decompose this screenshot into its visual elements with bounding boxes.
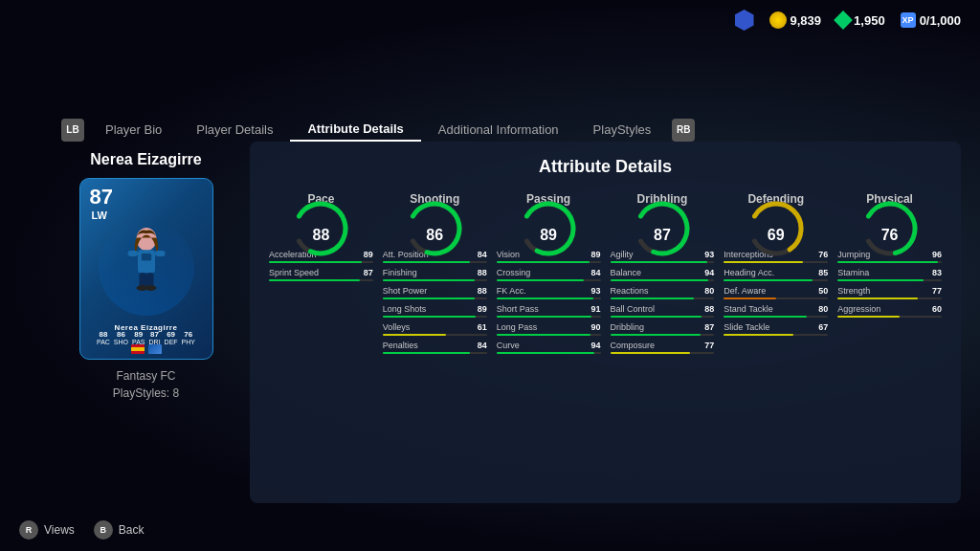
- sub-attr-fill: [611, 261, 707, 263]
- sub-attr-fill: [611, 352, 691, 354]
- svg-rect-6: [146, 273, 154, 287]
- gauge-shooting: 86: [404, 209, 465, 246]
- sub-attr-name: Stamina: [837, 268, 869, 277]
- sub-attr-fill: [383, 279, 475, 281]
- sub-attr-bar: [611, 316, 715, 318]
- sub-attr-fill: [611, 316, 702, 318]
- sub-attrs-dribbling: Agility93Balance94Reactions80Ball Contro…: [611, 250, 715, 354]
- sub-attr-fill: [837, 279, 924, 281]
- attribute-categories: Pace 88Acceleration89Sprint Speed87Shoot…: [269, 192, 942, 354]
- sub-attr-name: Vision: [497, 250, 520, 259]
- sub-attr-name: Penalties: [383, 341, 418, 350]
- sub-attr-item: Long Pass90: [497, 322, 601, 336]
- sub-attr-item: FK Acc.93: [497, 286, 601, 299]
- sub-attr-name: Def. Aware: [724, 286, 766, 296]
- gauge-physical: 76: [859, 209, 921, 246]
- attr-category-dribbling: Dribbling 87Agility93Balance94Reactions8…: [611, 192, 715, 354]
- svg-rect-3: [127, 251, 138, 256]
- sub-attr-name: Dribbling: [611, 322, 645, 332]
- sub-attr-name: Stand Tackle: [724, 304, 772, 314]
- player-club: Fantasy FC: [116, 369, 175, 383]
- tab-player-details[interactable]: Player Details: [179, 119, 290, 141]
- gauge-value-shooting: 86: [404, 227, 465, 244]
- sub-attr-item: Dribbling87: [611, 322, 715, 336]
- footer: R Views B Back: [19, 520, 144, 540]
- sub-attr-fill: [724, 298, 775, 299]
- views-button[interactable]: R Views: [19, 520, 75, 540]
- sub-attr-fill: [611, 279, 708, 281]
- sub-attr-bar: [611, 352, 715, 354]
- back-button[interactable]: B Back: [94, 520, 145, 540]
- player-playstyles: PlayStyles: 8: [113, 386, 179, 400]
- sub-attr-value: 84: [478, 341, 487, 350]
- attribute-details-title: Attribute Details: [269, 157, 942, 177]
- attr-category-defending: Defending 69Interceptions76Heading Acc.8…: [724, 192, 828, 354]
- tab-attribute-details[interactable]: Attribute Details: [290, 118, 420, 142]
- tab-additional-info[interactable]: Additional Information: [421, 119, 576, 141]
- card-stats-row: 88PAC 86SHO 89PAS 87DRI 69DEF 76PHY: [80, 330, 212, 345]
- diamond-icon: [834, 11, 853, 30]
- sub-attr-name: Slide Tackle: [724, 322, 769, 332]
- sub-attr-bar: [724, 261, 828, 263]
- lb-trigger[interactable]: LB: [61, 119, 84, 142]
- sub-attrs-passing: Vision89Crossing84FK Acc.93Short Pass91L…: [497, 250, 601, 354]
- flag-club: [148, 344, 162, 354]
- coins-value: 9,839: [791, 13, 822, 28]
- sub-attr-name: Long Pass: [497, 322, 538, 332]
- sub-attrs-shooting: Att. Position84Finishing88Shot Power88Lo…: [383, 250, 487, 354]
- tab-playstyles[interactable]: PlayStyles: [576, 119, 669, 141]
- card-flags: [80, 344, 212, 354]
- sub-attr-fill: [837, 261, 937, 263]
- flag-spain: [131, 344, 145, 354]
- sub-attr-value: 90: [590, 322, 600, 332]
- sub-attr-bar: [383, 352, 487, 354]
- gauge-value-physical: 76: [859, 227, 921, 244]
- svg-rect-1: [138, 250, 155, 273]
- sub-attr-value: 60: [932, 304, 942, 314]
- sub-attr-bar: [383, 316, 487, 318]
- shield-badge: [735, 10, 754, 31]
- svg-point-8: [145, 285, 156, 291]
- sub-attr-bar: [383, 279, 487, 281]
- sub-attr-fill: [724, 279, 813, 281]
- sub-attr-value: 50: [818, 286, 828, 296]
- diamonds-value: 1,950: [854, 13, 885, 28]
- sub-attr-fill: [383, 352, 470, 354]
- sub-attr-value: 89: [478, 304, 487, 314]
- sub-attr-bar: [611, 334, 715, 336]
- sub-attr-item: Slide Tackle67: [724, 322, 828, 336]
- header: 9,839 1,950 XP 0/1,000: [735, 10, 961, 31]
- sub-attr-bar: [724, 298, 828, 299]
- svg-rect-2: [141, 253, 151, 261]
- sub-attr-fill: [497, 261, 590, 263]
- sub-attr-fill: [724, 316, 807, 318]
- gauge-dribbling: 87: [632, 209, 693, 246]
- back-label: Back: [119, 523, 145, 537]
- sub-attr-fill: [837, 316, 900, 318]
- sub-attr-bar: [383, 261, 487, 263]
- sub-attr-item: Composure77: [611, 341, 715, 354]
- sub-attr-bar: [837, 279, 942, 281]
- sub-attr-fill: [497, 334, 590, 336]
- xp-icon: XP: [901, 12, 916, 28]
- sub-attr-fill: [497, 298, 593, 299]
- sub-attr-name: Short Pass: [497, 304, 539, 314]
- sub-attr-item: Short Pass91: [497, 304, 601, 318]
- sub-attr-value: 85: [818, 268, 828, 277]
- sub-attr-fill: [837, 298, 918, 299]
- sub-attr-bar: [269, 279, 373, 281]
- attr-category-physical: Physical 76Jumping96Stamina83Strength77A…: [837, 192, 942, 354]
- sub-attr-item: Ball Control88: [611, 304, 715, 318]
- coin-icon: [769, 11, 787, 29]
- sub-attr-fill: [724, 261, 803, 263]
- sub-attr-name: Strength: [837, 286, 870, 296]
- sub-attr-value: 96: [932, 250, 942, 259]
- sub-attr-value: 91: [590, 304, 600, 314]
- sub-attr-fill: [383, 298, 475, 299]
- sub-attr-item: Penalties84: [383, 341, 487, 354]
- rb-trigger[interactable]: RB: [672, 119, 695, 142]
- sub-attr-name: Shot Power: [383, 286, 428, 296]
- player-name-heading: Nerea Eizagirre: [90, 151, 202, 168]
- tab-player-bio[interactable]: Player Bio: [88, 119, 179, 141]
- attribute-details-panel: Attribute Details Pace 88Acceleration89S…: [250, 142, 961, 503]
